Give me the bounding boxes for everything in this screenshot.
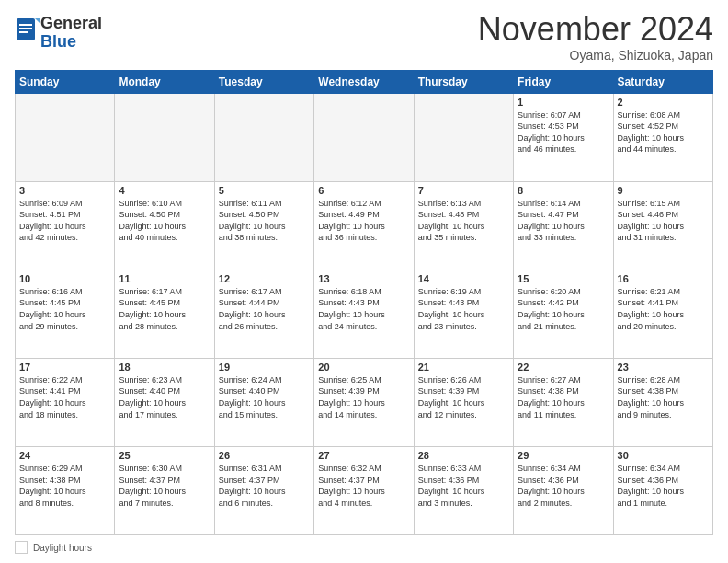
calendar-week-row: 1Sunrise: 6:07 AM Sunset: 4:53 PM Daylig…	[16, 93, 713, 181]
table-row: 6Sunrise: 6:12 AM Sunset: 4:49 PM Daylig…	[314, 181, 414, 270]
table-row: 27Sunrise: 6:32 AM Sunset: 4:37 PM Dayli…	[314, 446, 414, 534]
day-number: 26	[219, 450, 310, 461]
month-title: November 2024	[478, 11, 713, 48]
table-row: 1Sunrise: 6:07 AM Sunset: 4:53 PM Daylig…	[514, 93, 613, 181]
col-sunday: Sunday	[16, 70, 115, 93]
day-number: 1	[518, 97, 609, 108]
day-info: Sunrise: 6:13 AM Sunset: 4:48 PM Dayligh…	[418, 198, 509, 244]
day-info: Sunrise: 6:32 AM Sunset: 4:37 PM Dayligh…	[318, 463, 409, 509]
day-number: 2	[618, 97, 709, 108]
footer-legend: Daylight hours	[15, 541, 92, 554]
day-number: 21	[418, 362, 509, 373]
calendar-header-row: Sunday Monday Tuesday Wednesday Thursday…	[16, 70, 713, 93]
table-row	[414, 93, 513, 181]
day-info: Sunrise: 6:17 AM Sunset: 4:44 PM Dayligh…	[219, 286, 310, 332]
page: General Blue November 2024 Oyama, Shizuo…	[0, 0, 728, 563]
day-number: 15	[518, 273, 609, 284]
col-saturday: Saturday	[613, 70, 712, 93]
day-info: Sunrise: 6:33 AM Sunset: 4:36 PM Dayligh…	[418, 463, 509, 509]
logo: General Blue	[15, 11, 102, 52]
table-row: 26Sunrise: 6:31 AM Sunset: 4:37 PM Dayli…	[214, 446, 313, 534]
table-row: 5Sunrise: 6:11 AM Sunset: 4:50 PM Daylig…	[214, 181, 313, 270]
table-row	[214, 93, 313, 181]
day-info: Sunrise: 6:28 AM Sunset: 4:38 PM Dayligh…	[618, 374, 709, 420]
table-row: 2Sunrise: 6:08 AM Sunset: 4:52 PM Daylig…	[613, 93, 712, 181]
day-info: Sunrise: 6:31 AM Sunset: 4:37 PM Dayligh…	[219, 463, 310, 509]
table-row: 12Sunrise: 6:17 AM Sunset: 4:44 PM Dayli…	[214, 270, 313, 358]
day-info: Sunrise: 6:16 AM Sunset: 4:45 PM Dayligh…	[19, 286, 110, 332]
col-monday: Monday	[115, 70, 214, 93]
footer: Daylight hours	[15, 541, 713, 554]
day-number: 28	[418, 450, 509, 461]
table-row: 29Sunrise: 6:34 AM Sunset: 4:36 PM Dayli…	[514, 446, 613, 534]
day-info: Sunrise: 6:17 AM Sunset: 4:45 PM Dayligh…	[119, 286, 210, 332]
calendar-week-row: 17Sunrise: 6:22 AM Sunset: 4:41 PM Dayli…	[16, 358, 713, 446]
day-number: 18	[119, 362, 210, 373]
svg-rect-2	[19, 24, 32, 26]
day-number: 10	[19, 273, 110, 284]
day-info: Sunrise: 6:20 AM Sunset: 4:42 PM Dayligh…	[518, 286, 609, 332]
day-number: 30	[618, 450, 709, 461]
table-row: 18Sunrise: 6:23 AM Sunset: 4:40 PM Dayli…	[115, 358, 214, 446]
day-number: 5	[219, 185, 310, 196]
day-number: 25	[119, 450, 210, 461]
logo-text: General Blue	[40, 15, 102, 52]
day-info: Sunrise: 6:08 AM Sunset: 4:52 PM Dayligh…	[618, 109, 709, 155]
day-number: 8	[518, 185, 609, 196]
day-number: 20	[318, 362, 409, 373]
table-row: 21Sunrise: 6:26 AM Sunset: 4:39 PM Dayli…	[414, 358, 513, 446]
day-number: 3	[19, 185, 110, 196]
day-info: Sunrise: 6:15 AM Sunset: 4:46 PM Dayligh…	[618, 198, 709, 244]
table-row: 19Sunrise: 6:24 AM Sunset: 4:40 PM Dayli…	[214, 358, 313, 446]
col-friday: Friday	[514, 70, 613, 93]
col-wednesday: Wednesday	[314, 70, 414, 93]
day-info: Sunrise: 6:29 AM Sunset: 4:38 PM Dayligh…	[19, 463, 110, 509]
table-row: 23Sunrise: 6:28 AM Sunset: 4:38 PM Dayli…	[613, 358, 712, 446]
table-row: 17Sunrise: 6:22 AM Sunset: 4:41 PM Dayli…	[16, 358, 115, 446]
col-tuesday: Tuesday	[214, 70, 313, 93]
day-number: 19	[219, 362, 310, 373]
day-number: 16	[618, 273, 709, 284]
calendar-table: Sunday Monday Tuesday Wednesday Thursday…	[15, 70, 713, 535]
table-row: 11Sunrise: 6:17 AM Sunset: 4:45 PM Dayli…	[115, 270, 214, 358]
day-info: Sunrise: 6:23 AM Sunset: 4:40 PM Dayligh…	[119, 374, 210, 420]
title-area: November 2024 Oyama, Shizuoka, Japan	[478, 11, 713, 63]
day-info: Sunrise: 6:34 AM Sunset: 4:36 PM Dayligh…	[518, 463, 609, 509]
day-number: 23	[618, 362, 709, 373]
table-row	[16, 93, 115, 181]
table-row	[314, 93, 414, 181]
day-number: 27	[318, 450, 409, 461]
calendar-week-row: 3Sunrise: 6:09 AM Sunset: 4:51 PM Daylig…	[16, 181, 713, 270]
day-info: Sunrise: 6:30 AM Sunset: 4:37 PM Dayligh…	[119, 463, 210, 509]
svg-rect-3	[19, 28, 32, 29]
table-row: 13Sunrise: 6:18 AM Sunset: 4:43 PM Dayli…	[314, 270, 414, 358]
table-row	[115, 93, 214, 181]
day-number: 13	[318, 273, 409, 284]
day-number: 14	[418, 273, 509, 284]
legend-label: Daylight hours	[33, 543, 92, 553]
header: General Blue November 2024 Oyama, Shizuo…	[15, 11, 713, 63]
table-row: 14Sunrise: 6:19 AM Sunset: 4:43 PM Dayli…	[414, 270, 513, 358]
col-thursday: Thursday	[414, 70, 513, 93]
table-row: 16Sunrise: 6:21 AM Sunset: 4:41 PM Dayli…	[613, 270, 712, 358]
day-number: 9	[618, 185, 709, 196]
day-info: Sunrise: 6:24 AM Sunset: 4:40 PM Dayligh…	[219, 374, 310, 420]
calendar-week-row: 10Sunrise: 6:16 AM Sunset: 4:45 PM Dayli…	[16, 270, 713, 358]
table-row: 24Sunrise: 6:29 AM Sunset: 4:38 PM Dayli…	[16, 446, 115, 534]
day-info: Sunrise: 6:14 AM Sunset: 4:47 PM Dayligh…	[518, 198, 609, 244]
table-row: 20Sunrise: 6:25 AM Sunset: 4:39 PM Dayli…	[314, 358, 414, 446]
day-info: Sunrise: 6:22 AM Sunset: 4:41 PM Dayligh…	[19, 374, 110, 420]
day-number: 29	[518, 450, 609, 461]
day-number: 24	[19, 450, 110, 461]
day-info: Sunrise: 6:27 AM Sunset: 4:38 PM Dayligh…	[518, 374, 609, 420]
day-info: Sunrise: 6:12 AM Sunset: 4:49 PM Dayligh…	[318, 198, 409, 244]
day-info: Sunrise: 6:19 AM Sunset: 4:43 PM Dayligh…	[418, 286, 509, 332]
logo-icon	[15, 15, 40, 44]
table-row: 4Sunrise: 6:10 AM Sunset: 4:50 PM Daylig…	[115, 181, 214, 270]
day-number: 7	[418, 185, 509, 196]
day-info: Sunrise: 6:18 AM Sunset: 4:43 PM Dayligh…	[318, 286, 409, 332]
day-number: 6	[318, 185, 409, 196]
day-number: 12	[219, 273, 310, 284]
table-row: 3Sunrise: 6:09 AM Sunset: 4:51 PM Daylig…	[16, 181, 115, 270]
day-info: Sunrise: 6:07 AM Sunset: 4:53 PM Dayligh…	[518, 109, 609, 155]
